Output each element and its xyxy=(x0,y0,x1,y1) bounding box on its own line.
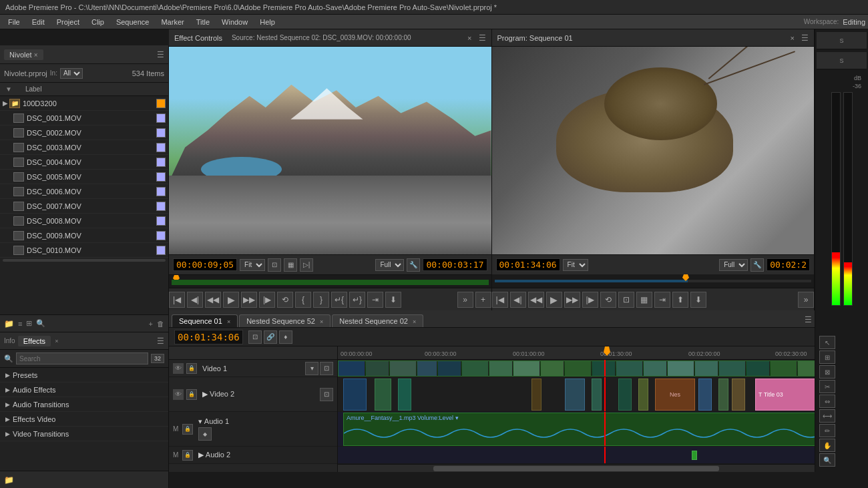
tl-snap[interactable]: ⊡ xyxy=(248,330,262,344)
video1-sync[interactable]: ⊡ xyxy=(320,362,333,375)
source-safe-area[interactable]: ⊡ xyxy=(268,258,281,272)
video1-collapse[interactable]: ▾ xyxy=(305,362,318,375)
v2-clip8[interactable] xyxy=(638,379,648,411)
video1-clip[interactable] xyxy=(338,360,815,377)
new-item-icon[interactable]: + xyxy=(149,320,153,328)
menu-marker[interactable]: Marker xyxy=(156,17,189,27)
icon-view-icon[interactable]: ⊞ xyxy=(26,319,32,328)
source-output[interactable]: ▦ xyxy=(284,258,297,272)
list-item[interactable]: DSC_0003.MOV xyxy=(0,140,168,155)
v2-clip3[interactable] xyxy=(398,379,411,411)
source-go-start[interactable]: |◀ xyxy=(169,292,185,308)
v2-clip1[interactable] xyxy=(343,379,367,411)
razor-tool[interactable]: ✂ xyxy=(819,380,835,393)
source-loop[interactable]: ⟲ xyxy=(277,292,293,308)
v2-clip6[interactable] xyxy=(592,379,602,411)
list-item[interactable]: DSC_0001.MOV xyxy=(0,111,168,126)
program-wrench[interactable]: 🔧 xyxy=(750,258,764,272)
audio1-keyframe[interactable]: ◆ xyxy=(198,427,212,441)
menu-sequence[interactable]: Sequence xyxy=(111,17,155,27)
audio2-clip[interactable] xyxy=(692,451,697,460)
source-scrubber[interactable] xyxy=(169,274,491,288)
list-item[interactable]: ▶ 📁 100D3200 xyxy=(0,96,168,111)
in-select[interactable]: All xyxy=(60,68,83,79)
search-icon[interactable]: 🔍 xyxy=(36,319,45,328)
effects-search-input[interactable] xyxy=(16,352,148,364)
audio1-clip[interactable]: Amure__Fantasy__1.mp3 Volume:Level ▾ xyxy=(343,413,815,446)
source-tab[interactable]: Source: Nested Sequence 02: DSC_0039.MOV… xyxy=(232,34,411,41)
menu-clip[interactable]: Clip xyxy=(86,17,110,27)
audio2-lock[interactable]: 🔒 xyxy=(182,450,193,461)
source-out-mark[interactable]: } xyxy=(313,292,329,308)
list-item[interactable]: DSC_0007.MOV xyxy=(0,199,168,214)
effects-item-video-transitions[interactable]: ▶ Video Transitions xyxy=(0,427,168,441)
program-go-start[interactable]: |◀ xyxy=(492,292,508,308)
v2-nested-clip[interactable]: Nes xyxy=(655,379,695,411)
effects-tab[interactable]: Effects xyxy=(18,336,51,346)
program-loop[interactable]: ⟲ xyxy=(600,292,616,308)
menu-project[interactable]: Project xyxy=(51,17,85,27)
list-view-icon[interactable]: ≡ xyxy=(18,320,22,328)
effects-icon-view[interactable]: 32 xyxy=(151,354,164,363)
select-tool[interactable]: ↖ xyxy=(819,336,835,349)
timeline-tab-nested52[interactable]: Nested Sequence 52 × xyxy=(239,314,331,327)
info-tab[interactable]: Info xyxy=(4,337,15,344)
project-tab-close[interactable]: × xyxy=(34,51,38,59)
timeline-tab-seq01[interactable]: Sequence 01 × xyxy=(172,314,238,327)
source-in-mark[interactable]: { xyxy=(295,292,311,308)
timeline-scrollbar[interactable] xyxy=(338,464,815,472)
video1-lock[interactable]: 🔒 xyxy=(186,363,197,374)
source-timecode[interactable]: 00:00:09;05 xyxy=(173,258,237,271)
effect-controls-tab[interactable]: Effect Controls xyxy=(174,34,222,42)
panel-menu-icon[interactable]: ☰ xyxy=(157,50,164,59)
tl-add-marker[interactable]: ♦ xyxy=(279,330,292,344)
v2-clip9[interactable] xyxy=(698,379,712,411)
audio1-track[interactable]: Amure__Fantasy__1.mp3 Volume:Level ▾ xyxy=(338,412,815,447)
program-timecode[interactable]: 00:01:34:06 xyxy=(496,258,560,271)
source-wrench[interactable]: 🔧 xyxy=(407,258,420,272)
new-bin-icon[interactable]: 📁 xyxy=(4,319,14,328)
v2-clip11[interactable] xyxy=(732,379,745,411)
menu-window[interactable]: Window xyxy=(216,17,253,27)
workspace-value[interactable]: Editing xyxy=(843,18,865,26)
v2-clip7[interactable] xyxy=(618,379,632,411)
source-overwrite[interactable]: ⬇ xyxy=(385,292,401,308)
audio1-mute[interactable]: M xyxy=(173,425,178,433)
source-step-fwd2[interactable]: |▶ xyxy=(259,292,275,308)
list-item[interactable]: DSC_0009.MOV xyxy=(0,228,168,243)
program-fit-select[interactable]: Fit xyxy=(563,259,588,271)
tl-menu-icon[interactable]: ☰ xyxy=(805,315,812,324)
tl-current-time[interactable]: 00:01:34:06 xyxy=(174,330,243,344)
menu-help[interactable]: Help xyxy=(254,17,280,27)
source-play-rev[interactable]: ◀◀ xyxy=(205,292,221,308)
source-add[interactable]: + xyxy=(475,292,491,308)
menu-title[interactable]: Title xyxy=(191,17,215,27)
delete-icon[interactable]: 🗑 xyxy=(157,320,164,328)
effects-item-video-effects[interactable]: ▶ Effects Video xyxy=(0,412,168,427)
video1-eye[interactable]: 👁 xyxy=(173,363,184,374)
list-item[interactable]: DSC_0006.MOV xyxy=(0,184,168,199)
new-folder-icon[interactable]: 📁 xyxy=(4,475,14,485)
video1-track[interactable] xyxy=(338,360,815,377)
source-step-fwd[interactable]: ▷| xyxy=(300,258,313,272)
audio2-track[interactable] xyxy=(338,447,815,464)
v2-clip2[interactable] xyxy=(375,379,391,411)
slide-tool[interactable]: ⟷ xyxy=(819,409,835,423)
source-step-back[interactable]: ◀| xyxy=(187,292,203,308)
timeline-tab-nested02[interactable]: Nested Sequence 02 × xyxy=(332,314,423,327)
program-output[interactable]: ▦ xyxy=(636,292,652,308)
program-step-back[interactable]: ◀| xyxy=(510,292,526,308)
menu-file[interactable]: File xyxy=(3,17,25,27)
effects-item-audio-effects[interactable]: ▶ Audio Effects xyxy=(0,383,168,397)
program-more[interactable]: » xyxy=(798,292,814,308)
effects-item-audio-transitions[interactable]: ▶ Audio Transitions xyxy=(0,397,168,412)
v2-clip10[interactable] xyxy=(718,379,728,411)
program-play-stop[interactable]: ▶ xyxy=(546,292,562,308)
program-extract[interactable]: ⬆ xyxy=(672,292,688,308)
project-tab[interactable]: Nivolet × xyxy=(4,49,43,60)
audio2-mute[interactable]: M xyxy=(173,451,178,459)
program-trim[interactable]: ⇥ xyxy=(654,292,670,308)
zoom-tool[interactable]: 🔍 xyxy=(819,453,835,467)
effects-item-presets[interactable]: ▶ Presets xyxy=(0,368,168,383)
program-step-fwd[interactable]: |▶ xyxy=(582,292,598,308)
